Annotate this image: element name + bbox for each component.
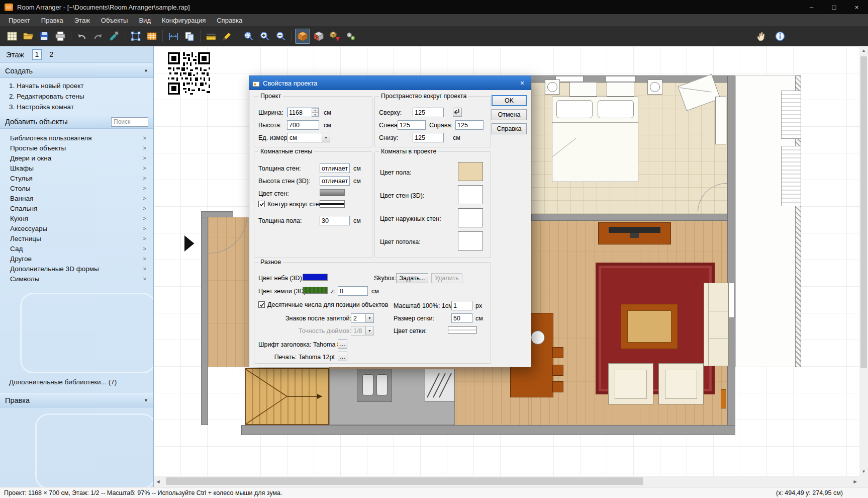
dropdown-arrow-icon[interactable]: ▼ [365, 314, 373, 322]
menu-project[interactable]: Проект [3, 15, 36, 26]
dimensions-icon[interactable] [166, 29, 181, 44]
undo-icon[interactable] [74, 29, 89, 44]
lamp-left[interactable] [547, 82, 557, 92]
scale-input[interactable] [451, 301, 472, 310]
outer-walls-color-swatch[interactable] [458, 208, 483, 227]
bar-stool-3[interactable] [552, 381, 563, 392]
grid-size-input[interactable] [451, 313, 472, 323]
sidebar-item-bathroom[interactable]: Ванная> [0, 193, 153, 203]
view-3d-icon[interactable] [295, 29, 310, 44]
lamp-right[interactable] [650, 82, 660, 92]
skybox-set-button[interactable]: Задать... [396, 273, 428, 283]
sofa[interactable] [704, 283, 729, 366]
outline-checkbox[interactable] [258, 201, 265, 207]
new-plan-icon[interactable] [5, 29, 20, 44]
about-info-icon[interactable] [773, 29, 788, 44]
room-walls-color-swatch[interactable] [458, 185, 483, 204]
redo-icon[interactable] [90, 29, 106, 44]
wall-color-swatch[interactable] [320, 189, 345, 196]
print-icon[interactable] [53, 29, 68, 44]
living-room-radiator[interactable] [721, 389, 726, 408]
search-input[interactable] [111, 117, 148, 127]
zoom-out-icon[interactable] [273, 29, 288, 44]
horizontal-scroll-thumb[interactable] [166, 477, 643, 485]
ceiling-color-swatch[interactable] [458, 231, 483, 251]
section-header-edit[interactable]: Правка ▼ [0, 393, 153, 407]
sidebar-item-symbols[interactable]: Символы> [0, 274, 153, 284]
render-settings-icon[interactable] [343, 29, 358, 44]
zoom-in-icon[interactable] [257, 29, 272, 44]
armchair-2[interactable] [658, 363, 704, 404]
wall-height-input[interactable] [320, 176, 350, 186]
space-right-input[interactable] [455, 120, 484, 130]
units-combo[interactable]: см ▼ [287, 133, 330, 142]
menu-edit[interactable]: Правка [36, 15, 69, 26]
spinner-down-icon[interactable]: ▼ [312, 113, 319, 117]
sidebar-item-doors-windows[interactable]: Двери и окна> [0, 153, 153, 163]
section-header-add-objects[interactable]: Добавить объекты [0, 115, 153, 129]
dropdown-arrow-icon[interactable]: ▼ [322, 133, 330, 142]
room-floor-color-swatch[interactable] [458, 162, 483, 181]
menu-configuration[interactable]: Конфигурация [156, 15, 211, 26]
create-item-edit-walls[interactable]: 2. Редактировать стены [0, 91, 153, 102]
floor-tab-2[interactable]: 2 [47, 49, 56, 60]
radiator-2[interactable] [781, 146, 801, 206]
sky-color-swatch[interactable] [303, 274, 328, 281]
ok-button[interactable]: OK [492, 95, 527, 106]
bar-stool-2[interactable] [552, 365, 563, 376]
apply-to-all-button[interactable] [453, 108, 462, 117]
sidebar-item-bedroom[interactable]: Спальня> [0, 203, 153, 213]
scroll-left-icon[interactable]: ◀ [154, 476, 162, 487]
create-item-new-project[interactable]: 1. Начать новый проект [0, 80, 153, 91]
scroll-up-icon[interactable]: ▲ [859, 46, 868, 55]
open-project-icon[interactable] [21, 29, 36, 44]
vertical-scrollbar[interactable]: ▲ ▼ [859, 46, 868, 476]
help-button[interactable]: Справка [492, 123, 527, 134]
sidebar-item-simple-objects[interactable]: Простые объекты> [0, 143, 153, 153]
outline-swatch[interactable] [320, 200, 345, 208]
width-spinner[interactable]: ▲ ▼ [312, 108, 319, 117]
stove[interactable] [425, 369, 455, 402]
ground-color-swatch[interactable] [303, 287, 328, 294]
scroll-down-icon[interactable]: ▼ [859, 467, 868, 476]
wall-thickness-input[interactable] [320, 163, 350, 173]
space-bottom-input[interactable] [413, 133, 444, 142]
edit-walls-icon[interactable] [128, 29, 143, 44]
dialog-close-button[interactable]: × [514, 76, 531, 90]
vertical-scroll-thumb[interactable] [860, 56, 867, 368]
headboard-shelf-right[interactable] [607, 82, 634, 97]
zoom-to-fit-icon[interactable] [241, 29, 256, 44]
decimal-numbers-checkbox[interactable] [258, 301, 265, 308]
radiator-1[interactable] [781, 91, 801, 139]
z-input[interactable] [338, 286, 368, 296]
title-font-button[interactable]: ... [338, 339, 347, 349]
sidebar-item-chairs[interactable]: Стулья> [0, 173, 153, 183]
collapse-icon[interactable]: ▼ [144, 398, 148, 403]
floor-thickness-input[interactable] [320, 216, 350, 225]
decimals-combo[interactable]: 2 ▼ [351, 313, 374, 323]
measure-icon[interactable] [204, 29, 219, 44]
grid-color-swatch[interactable] [448, 326, 477, 334]
menu-objects[interactable]: Объекты [95, 15, 134, 26]
tile-grid-icon[interactable] [144, 29, 159, 44]
print-font-button[interactable]: ... [338, 352, 347, 361]
menu-floor[interactable]: Этаж [69, 15, 95, 26]
close-button[interactable]: × [845, 0, 868, 14]
coffee-table[interactable] [621, 304, 678, 349]
copy-properties-icon[interactable] [182, 29, 197, 44]
pan-hand-icon[interactable] [753, 29, 768, 44]
menu-view[interactable]: Вид [133, 15, 156, 26]
bedroom-closet[interactable] [715, 97, 726, 144]
bar-stool-1[interactable] [552, 347, 563, 358]
space-left-input[interactable] [398, 120, 426, 130]
sidebar-item-user-library[interactable]: Библиотека пользователя> [0, 133, 153, 143]
horizontal-scrollbar[interactable]: ◀ ▶ [154, 476, 859, 487]
sidebar-item-additional-3d[interactable]: Дополнительные 3D формы> [0, 264, 153, 274]
maximize-button[interactable]: □ [823, 0, 845, 14]
walls-3d-icon[interactable] [311, 29, 326, 44]
save-project-icon[interactable] [37, 29, 52, 44]
scroll-right-icon[interactable]: ▶ [851, 476, 859, 487]
export-3d-icon[interactable] [327, 29, 342, 44]
sidebar-item-garden[interactable]: Сад> [0, 243, 153, 254]
qr-code[interactable] [168, 50, 210, 97]
